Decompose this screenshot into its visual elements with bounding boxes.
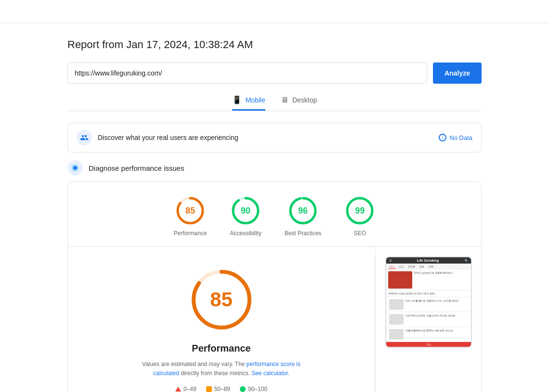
detail-right: ☰ Life Guruking 🔍 최신 사고 인터뷰 정보 리뷰 [375, 247, 481, 392]
legend-orange: 50–89 [206, 386, 230, 392]
accessibility-label: Accessibility [230, 230, 261, 237]
phone-tab-1: 사고 [397, 265, 405, 269]
performance-circle: 85 [175, 195, 206, 226]
performance-label: Performance [174, 230, 207, 237]
no-data-text: No Data [449, 134, 472, 141]
score-item-accessibility[interactable]: 90 Accessibility [230, 195, 261, 237]
url-row: Analyze [67, 63, 482, 84]
detail-section: 85 Performance Values are estimated and … [68, 247, 481, 392]
detail-left: 85 Performance Values are estimated and … [68, 247, 375, 392]
score-row: 85 Performance 90 Accessibility [68, 182, 481, 247]
red-triangle-icon [175, 387, 181, 392]
phone-article-2: 단순 소비를 줄이면 공항에서 시도, 도와 줄거에요! [386, 297, 471, 312]
detail-title: Performance [192, 343, 250, 354]
phone-red-bar: 강점 [386, 342, 471, 347]
phone-article-text-4: 여름에 블랙캐서글 2024년 대한 입력 최신성... [405, 329, 455, 340]
phone-tab-3: 정보 [418, 265, 426, 269]
seo-value: 99 [355, 206, 365, 216]
desc-text2: directly from these metrics. [179, 370, 251, 377]
seo-label: SEO [354, 230, 366, 237]
accessibility-value: 90 [241, 206, 250, 216]
score-card: 85 Performance 90 Accessibility [67, 181, 482, 392]
phone-logo: Life Guruking [417, 259, 439, 262]
accessibility-circle: 90 [230, 195, 261, 226]
best-practices-label: Best Practices [285, 230, 322, 237]
performance-value: 85 [185, 206, 195, 216]
best-practices-circle: 96 [288, 195, 318, 226]
big-performance-value: 85 [210, 288, 233, 311]
phone-article-text-2: 단순 소비를 줄이면 공항에서 시도, 도와 줄거에요! [405, 299, 459, 310]
phone-article-img-3 [389, 314, 404, 325]
tab-row: 📱 Mobile 🖥 Desktop [67, 95, 482, 111]
phone-featured-img [388, 271, 412, 289]
phone-tabs: 최신 사고 인터뷰 정보 리뷰 [386, 264, 471, 270]
detail-desc: Values are estimated and may vary. The p… [140, 360, 303, 378]
phone-featured-text: 22년간 삼성반도체 맞춤복 해외에서 ... [414, 271, 455, 289]
url-input[interactable] [67, 63, 427, 84]
info-icon: i [439, 134, 446, 141]
phone-nav: ☰ Life Guruking 🔍 [386, 257, 471, 264]
orange-square-icon [206, 386, 212, 392]
svg-point-1 [73, 166, 77, 170]
report-title: Report from Jan 17, 2024, 10:38:24 AM [67, 38, 482, 51]
desc-text1: Values are estimated and may vary. The [142, 361, 247, 367]
diagnose-icon [67, 160, 83, 176]
legend-red: 0–49 [175, 386, 196, 392]
phone-article-3: 이번 주에 신선해진 인물 성적의 주요한 인터뷰... [386, 312, 471, 327]
phone-article-img-2 [389, 299, 404, 310]
phone-tab-0: 최신 [388, 265, 396, 269]
legend-green: 90–100 [240, 386, 267, 392]
no-data-link[interactable]: i No Data [439, 134, 472, 141]
legend-orange-range: 50–89 [214, 386, 230, 392]
analyze-button[interactable]: Analyze [433, 63, 482, 84]
phone-article-4: 여름에 블랙캐서글 2024년 대한 입력 최신성... [386, 327, 471, 342]
tab-mobile-label: Mobile [246, 96, 265, 104]
top-bar [0, 0, 549, 23]
phone-article-text-3: 이번 주에 신선해진 인물 성적의 주요한 인터뷰... [405, 314, 458, 325]
search-icon: 🔍 [465, 259, 468, 262]
tab-desktop-label: Desktop [292, 96, 317, 104]
desc-end: . [288, 370, 289, 377]
score-item-best-practices[interactable]: 96 Best Practices [285, 195, 322, 237]
score-item-performance[interactable]: 85 Performance [174, 195, 207, 237]
discover-row: Discover what your real users are experi… [67, 123, 482, 152]
discover-left: Discover what your real users are experi… [77, 130, 238, 145]
tab-desktop[interactable]: 🖥 Desktop [281, 95, 317, 111]
green-circle-icon [240, 386, 246, 392]
discover-text: Discover what your real users are experi… [98, 134, 238, 141]
big-performance-circle: 85 [188, 266, 255, 333]
phone-article-1: 세계적인 사업의 성공에 비교된 기존의 경쟁... [386, 291, 471, 297]
legend-row: 0–49 50–89 90–100 [175, 386, 267, 392]
main-content: Report from Jan 17, 2024, 10:38:24 AM An… [58, 23, 491, 392]
calculator-link[interactable]: See calculator [251, 370, 288, 377]
diagnose-row: Diagnose performance issues [67, 160, 482, 176]
tab-mobile[interactable]: 📱 Mobile [232, 95, 265, 111]
desktop-icon: 🖥 [281, 96, 288, 104]
seo-circle: 99 [344, 195, 375, 226]
best-practices-value: 96 [298, 206, 308, 216]
phone-tab-2: 인터뷰 [406, 265, 417, 269]
phone-article-img-4 [389, 329, 404, 340]
phone-mockup: ☰ Life Guruking 🔍 최신 사고 인터뷰 정보 리뷰 [385, 256, 472, 348]
legend-red-range: 0–49 [183, 386, 196, 392]
mobile-icon: 📱 [232, 95, 242, 104]
hamburger-icon: ☰ [389, 259, 392, 262]
phone-tab-4: 리뷰 [427, 265, 435, 269]
legend-green-range: 90–100 [248, 386, 267, 392]
discover-icon [77, 130, 92, 145]
score-item-seo[interactable]: 99 SEO [344, 195, 375, 237]
diagnose-label: Diagnose performance issues [89, 164, 184, 172]
phone-featured: 22년간 삼성반도체 맞춤복 해외에서 ... [386, 270, 471, 291]
